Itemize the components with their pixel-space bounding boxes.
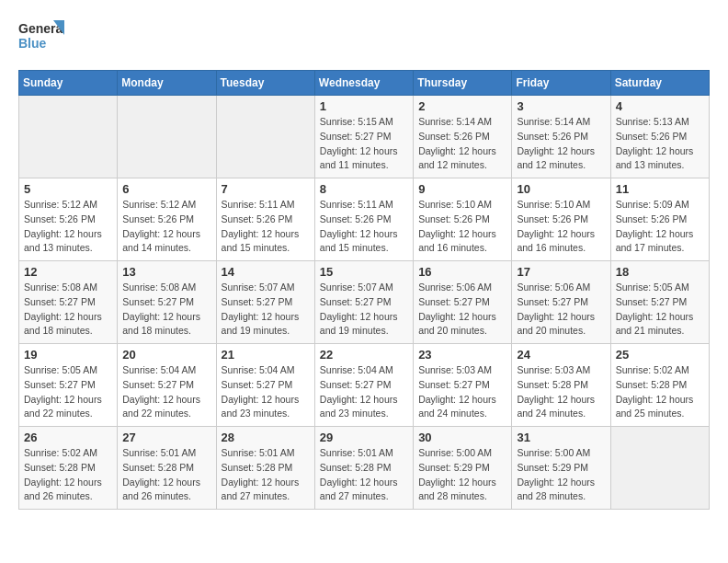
day-info: Sunrise: 5:00 AM Sunset: 5:29 PM Dayligh… [517,446,605,504]
weekday-header-friday: Friday [512,71,610,96]
calendar-cell: 20Sunrise: 5:04 AM Sunset: 5:27 PM Dayli… [118,344,216,427]
day-number: 26 [24,431,112,444]
day-info: Sunrise: 5:08 AM Sunset: 5:27 PM Dayligh… [24,281,112,339]
calendar-header: SundayMondayTuesdayWednesdayThursdayFrid… [19,71,710,96]
calendar-cell: 17Sunrise: 5:06 AM Sunset: 5:27 PM Dayli… [512,261,610,344]
day-number: 27 [122,431,210,444]
day-info: Sunrise: 5:03 AM Sunset: 5:28 PM Dayligh… [517,363,605,421]
calendar-cell: 16Sunrise: 5:06 AM Sunset: 5:27 PM Dayli… [414,261,512,344]
day-info: Sunrise: 5:05 AM Sunset: 5:27 PM Dayligh… [616,281,704,339]
day-number: 19 [24,348,112,362]
day-info: Sunrise: 5:13 AM Sunset: 5:26 PM Dayligh… [616,115,704,173]
calendar-cell: 27Sunrise: 5:01 AM Sunset: 5:28 PM Dayli… [118,427,216,510]
calendar-cell: 30Sunrise: 5:00 AM Sunset: 5:29 PM Dayli… [414,427,512,510]
day-number: 29 [320,431,408,444]
day-info: Sunrise: 5:06 AM Sunset: 5:27 PM Dayligh… [517,281,605,339]
day-number: 22 [320,348,408,362]
calendar-cell: 10Sunrise: 5:10 AM Sunset: 5:26 PM Dayli… [512,178,610,261]
svg-text:Blue: Blue [18,36,47,51]
calendar-cell: 31Sunrise: 5:00 AM Sunset: 5:29 PM Dayli… [512,427,610,510]
day-info: Sunrise: 5:15 AM Sunset: 5:27 PM Dayligh… [320,115,408,173]
calendar-week-row: 1Sunrise: 5:15 AM Sunset: 5:27 PM Daylig… [19,96,710,178]
calendar-cell: 24Sunrise: 5:03 AM Sunset: 5:28 PM Dayli… [512,344,610,427]
weekday-header-saturday: Saturday [610,71,709,96]
day-info: Sunrise: 5:05 AM Sunset: 5:27 PM Dayligh… [24,363,112,421]
weekday-header-monday: Monday [118,71,216,96]
day-info: Sunrise: 5:09 AM Sunset: 5:26 PM Dayligh… [616,198,704,256]
calendar-cell: 3Sunrise: 5:14 AM Sunset: 5:26 PM Daylig… [512,96,610,178]
calendar-cell: 21Sunrise: 5:04 AM Sunset: 5:27 PM Dayli… [216,344,314,427]
page-header: GeneralBlue [18,18,710,55]
day-number: 10 [517,182,605,196]
calendar-cell [610,427,709,510]
day-info: Sunrise: 5:02 AM Sunset: 5:28 PM Dayligh… [616,363,704,421]
day-number: 15 [320,265,408,279]
weekday-header-row: SundayMondayTuesdayWednesdayThursdayFrid… [19,71,710,96]
calendar-cell: 13Sunrise: 5:08 AM Sunset: 5:27 PM Dayli… [118,261,216,344]
calendar-week-row: 26Sunrise: 5:02 AM Sunset: 5:28 PM Dayli… [19,427,710,510]
calendar-cell [216,96,314,178]
day-number: 18 [616,265,704,279]
day-number: 25 [616,348,704,362]
day-info: Sunrise: 5:11 AM Sunset: 5:26 PM Dayligh… [320,198,408,256]
day-info: Sunrise: 5:12 AM Sunset: 5:26 PM Dayligh… [122,198,210,256]
day-number: 12 [24,265,112,279]
calendar-cell: 18Sunrise: 5:05 AM Sunset: 5:27 PM Dayli… [610,261,709,344]
calendar-cell: 11Sunrise: 5:09 AM Sunset: 5:26 PM Dayli… [610,178,709,261]
weekday-header-sunday: Sunday [19,71,118,96]
calendar-cell: 14Sunrise: 5:07 AM Sunset: 5:27 PM Dayli… [216,261,314,344]
day-info: Sunrise: 5:00 AM Sunset: 5:29 PM Dayligh… [418,446,506,504]
day-info: Sunrise: 5:12 AM Sunset: 5:26 PM Dayligh… [24,198,112,256]
calendar-cell [19,96,118,178]
calendar-cell: 1Sunrise: 5:15 AM Sunset: 5:27 PM Daylig… [314,96,413,178]
calendar-cell: 22Sunrise: 5:04 AM Sunset: 5:27 PM Dayli… [314,344,413,427]
day-info: Sunrise: 5:07 AM Sunset: 5:27 PM Dayligh… [320,281,408,339]
calendar-week-row: 19Sunrise: 5:05 AM Sunset: 5:27 PM Dayli… [19,344,710,427]
day-number: 17 [517,265,605,279]
day-number: 24 [517,348,605,362]
calendar-cell: 5Sunrise: 5:12 AM Sunset: 5:26 PM Daylig… [19,178,118,261]
calendar-week-row: 12Sunrise: 5:08 AM Sunset: 5:27 PM Dayli… [19,261,710,344]
day-info: Sunrise: 5:04 AM Sunset: 5:27 PM Dayligh… [222,363,310,421]
day-info: Sunrise: 5:14 AM Sunset: 5:26 PM Dayligh… [418,115,506,173]
calendar-cell: 4Sunrise: 5:13 AM Sunset: 5:26 PM Daylig… [610,96,709,178]
day-number: 7 [222,182,310,196]
day-number: 3 [517,99,605,113]
calendar-cell: 19Sunrise: 5:05 AM Sunset: 5:27 PM Dayli… [19,344,118,427]
day-info: Sunrise: 5:01 AM Sunset: 5:28 PM Dayligh… [320,446,408,504]
calendar-cell: 12Sunrise: 5:08 AM Sunset: 5:27 PM Dayli… [19,261,118,344]
day-number: 21 [222,348,310,362]
day-number: 16 [418,265,506,279]
calendar-cell [118,96,216,178]
logo: GeneralBlue [18,18,64,55]
day-info: Sunrise: 5:01 AM Sunset: 5:28 PM Dayligh… [222,446,310,504]
day-number: 8 [320,182,408,196]
day-info: Sunrise: 5:07 AM Sunset: 5:27 PM Dayligh… [222,281,310,339]
calendar-cell: 15Sunrise: 5:07 AM Sunset: 5:27 PM Dayli… [314,261,413,344]
calendar-table: SundayMondayTuesdayWednesdayThursdayFrid… [18,70,710,510]
day-number: 5 [24,182,112,196]
day-number: 1 [320,99,408,113]
day-number: 6 [122,182,210,196]
calendar-cell: 7Sunrise: 5:11 AM Sunset: 5:26 PM Daylig… [216,178,314,261]
day-number: 11 [616,182,704,196]
day-number: 4 [616,99,704,113]
day-number: 14 [222,265,310,279]
calendar-week-row: 5Sunrise: 5:12 AM Sunset: 5:26 PM Daylig… [19,178,710,261]
day-info: Sunrise: 5:11 AM Sunset: 5:26 PM Dayligh… [222,198,310,256]
day-number: 23 [418,348,506,362]
calendar-cell: 25Sunrise: 5:02 AM Sunset: 5:28 PM Dayli… [610,344,709,427]
weekday-header-wednesday: Wednesday [314,71,413,96]
calendar-cell: 26Sunrise: 5:02 AM Sunset: 5:28 PM Dayli… [19,427,118,510]
day-info: Sunrise: 5:14 AM Sunset: 5:26 PM Dayligh… [517,115,605,173]
logo-svg: GeneralBlue [18,18,64,55]
day-number: 2 [418,99,506,113]
day-number: 31 [517,431,605,444]
day-info: Sunrise: 5:10 AM Sunset: 5:26 PM Dayligh… [517,198,605,256]
calendar-cell: 28Sunrise: 5:01 AM Sunset: 5:28 PM Dayli… [216,427,314,510]
day-number: 28 [222,431,310,444]
day-info: Sunrise: 5:04 AM Sunset: 5:27 PM Dayligh… [320,363,408,421]
day-number: 30 [418,431,506,444]
day-info: Sunrise: 5:10 AM Sunset: 5:26 PM Dayligh… [418,198,506,256]
calendar-cell: 8Sunrise: 5:11 AM Sunset: 5:26 PM Daylig… [314,178,413,261]
